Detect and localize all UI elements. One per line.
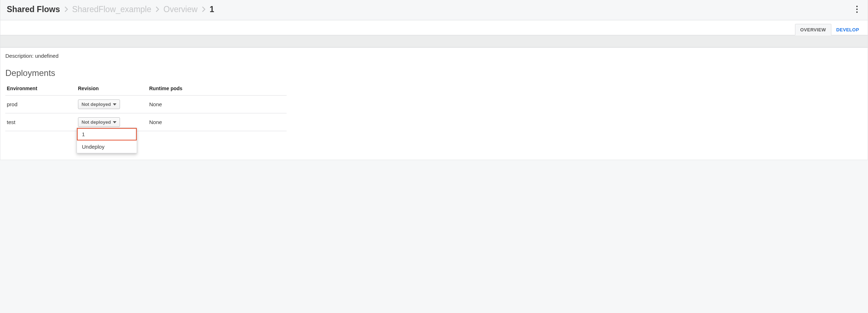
more-options-button[interactable] xyxy=(853,4,861,15)
cell-revision: Not deployed 1 Undeploy xyxy=(77,113,148,131)
description-text: Description: undefined xyxy=(5,53,863,59)
table-row: prod Not deployed None xyxy=(5,96,287,113)
revision-dropdown-button[interactable]: Not deployed xyxy=(78,99,120,109)
cell-runtime-pods: None xyxy=(148,113,287,131)
kebab-icon xyxy=(856,6,858,7)
tab-develop[interactable]: DEVELOP xyxy=(831,24,864,35)
kebab-icon xyxy=(856,9,858,10)
breadcrumb: Shared Flows SharedFlow_example Overview… xyxy=(7,5,214,14)
cell-environment: test xyxy=(5,113,77,131)
col-header-revision: Revision xyxy=(77,82,148,96)
caret-down-icon xyxy=(113,121,116,123)
revision-dropdown-button[interactable]: Not deployed xyxy=(78,117,120,127)
breadcrumb-current: 1 xyxy=(210,5,214,14)
kebab-icon xyxy=(856,11,858,13)
revision-dropdown-label: Not deployed xyxy=(82,119,111,125)
chevron-right-icon xyxy=(156,5,159,14)
table-row: test Not deployed 1 Undeploy None xyxy=(5,113,287,131)
menu-item-revision-1[interactable]: 1 xyxy=(77,128,137,140)
page-header: Shared Flows SharedFlow_example Overview… xyxy=(0,0,868,20)
caret-down-icon xyxy=(113,103,116,106)
content-area: Description: undefined Deployments Envir… xyxy=(0,47,868,160)
col-header-runtime-pods: Runtime pods xyxy=(148,82,287,96)
breadcrumb-item-sharedflow[interactable]: SharedFlow_example xyxy=(72,5,151,14)
description-label: Description: xyxy=(5,53,33,59)
cell-environment: prod xyxy=(5,96,77,113)
tab-bar: OVERVIEW DEVELOP xyxy=(0,20,868,35)
chevron-right-icon xyxy=(202,5,205,14)
menu-item-undeploy[interactable]: Undeploy xyxy=(77,140,137,153)
cell-runtime-pods: None xyxy=(148,96,287,113)
breadcrumb-root[interactable]: Shared Flows xyxy=(7,5,60,14)
description-value: undefined xyxy=(35,53,58,59)
breadcrumb-item-overview[interactable]: Overview xyxy=(163,5,198,14)
deployments-heading: Deployments xyxy=(5,68,863,78)
chevron-right-icon xyxy=(64,5,68,14)
tab-overview[interactable]: OVERVIEW xyxy=(795,24,831,35)
col-header-environment: Environment xyxy=(5,82,77,96)
sub-toolbar xyxy=(0,35,868,47)
revision-dropdown-label: Not deployed xyxy=(82,102,111,107)
revision-dropdown-menu: 1 Undeploy xyxy=(77,128,137,153)
cell-revision: Not deployed xyxy=(77,96,148,113)
deployments-table: Environment Revision Runtime pods prod N… xyxy=(5,82,287,131)
